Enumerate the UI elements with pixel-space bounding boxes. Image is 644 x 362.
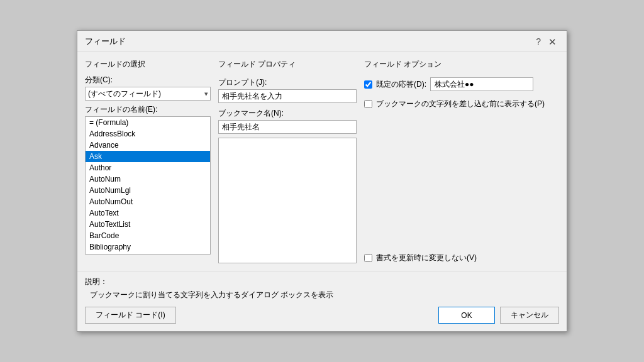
bookmark-textarea[interactable] [218, 138, 357, 263]
list-item[interactable]: Bibliography [86, 241, 210, 253]
default-response-label: 既定の応答(D): [376, 79, 426, 90]
dont-update-label: 書式を更新時に変更しない(V) [376, 253, 477, 263]
default-response-row: 既定の応答(D): [364, 77, 559, 91]
show-before-checkbox[interactable] [364, 100, 372, 108]
fieldname-section: フィールドの名前(E): = (Formula)AddressBlockAdva… [85, 104, 211, 263]
dialog-title: フィールド [85, 36, 126, 47]
show-before-row: ブックマークの文字列を差し込む前に表示する(P) [364, 99, 559, 109]
dont-update-row: 書式を更新時に変更しない(V) [364, 253, 559, 263]
title-bar: フィールド ? ✕ [77, 31, 567, 52]
list-item[interactable]: Ask [86, 151, 210, 162]
show-before-label: ブックマークの文字列を差し込む前に表示する(P) [376, 99, 545, 109]
field-code-button[interactable]: フィールド コード(I) [85, 307, 176, 324]
left-panel: フィールドの選択 分類(C): (すべてのフィールド) フィールドの名前(E):… [85, 59, 211, 263]
dont-update-checkbox[interactable] [364, 254, 372, 262]
ok-button[interactable]: OK [438, 307, 495, 324]
cancel-button[interactable]: キャンセル [500, 307, 559, 324]
list-item[interactable]: AutoText [86, 207, 210, 219]
category-select-wrapper: (すべてのフィールド) [85, 87, 211, 101]
title-bar-controls: ? ✕ [533, 36, 559, 47]
category-label: 分類(C): [85, 75, 211, 85]
prompt-section: プロンプト(J): [218, 77, 357, 103]
list-item[interactable]: AddressBlock [86, 128, 210, 140]
bookmark-label: ブックマーク名(N): [218, 108, 357, 119]
list-item[interactable]: AutoNumOut [86, 196, 210, 207]
dialog-body: フィールドの選択 分類(C): (すべてのフィールド) フィールドの名前(E):… [77, 52, 567, 271]
list-item[interactable]: AutoNumLgl [86, 185, 210, 196]
list-item[interactable]: = (Formula) [86, 117, 210, 128]
field-selection-label: フィールドの選択 [85, 59, 211, 70]
dialog-window: フィールド ? ✕ フィールドの選択 分類(C): (すべてのフィールド) フィ… [77, 30, 567, 332]
list-item[interactable]: BarCode [86, 230, 210, 241]
right-panel: フィールド オプション 既定の応答(D): ブックマークの文字列を差し込む前に表… [364, 59, 559, 263]
bookmark-input[interactable] [218, 120, 357, 134]
spacer [364, 114, 559, 248]
description-text: ブックマークに割り当てる文字列を入力するダイアログ ボックスを表示 [85, 290, 559, 300]
bookmark-section: ブックマーク名(N): [218, 108, 357, 263]
category-section: 分類(C): (すべてのフィールド) [85, 75, 211, 101]
prompt-input[interactable] [218, 89, 357, 103]
middle-panel: フィールド プロパティ プロンプト(J): ブックマーク名(N): [218, 59, 357, 263]
fieldname-label: フィールドの名前(E): [85, 104, 211, 115]
list-item[interactable]: Author [86, 162, 210, 173]
ok-cancel-group: OK キャンセル [438, 307, 559, 324]
list-item[interactable]: Advance [86, 140, 210, 151]
prompt-label: プロンプト(J): [218, 77, 357, 88]
category-select[interactable]: (すべてのフィールド) [85, 87, 211, 101]
list-item[interactable]: AutoNum [86, 173, 210, 185]
close-button[interactable]: ✕ [546, 37, 559, 47]
dialog-bottom: 説明： ブックマークに割り当てる文字列を入力するダイアログ ボックスを表示 フィ… [77, 271, 567, 331]
field-list-box[interactable]: = (Formula)AddressBlockAdvanceAskAuthorA… [85, 116, 211, 255]
field-options-label: フィールド オプション [364, 59, 559, 70]
default-response-input[interactable] [430, 77, 533, 91]
bottom-buttons: フィールド コード(I) OK キャンセル [85, 307, 559, 324]
default-response-checkbox[interactable] [364, 80, 372, 89]
description-label: 説明： [85, 277, 559, 287]
help-button[interactable]: ? [533, 36, 543, 47]
list-item[interactable]: AutoTextList [86, 219, 210, 230]
field-properties-label: フィールド プロパティ [218, 59, 357, 70]
list-item[interactable]: BidiOutline [86, 253, 210, 255]
